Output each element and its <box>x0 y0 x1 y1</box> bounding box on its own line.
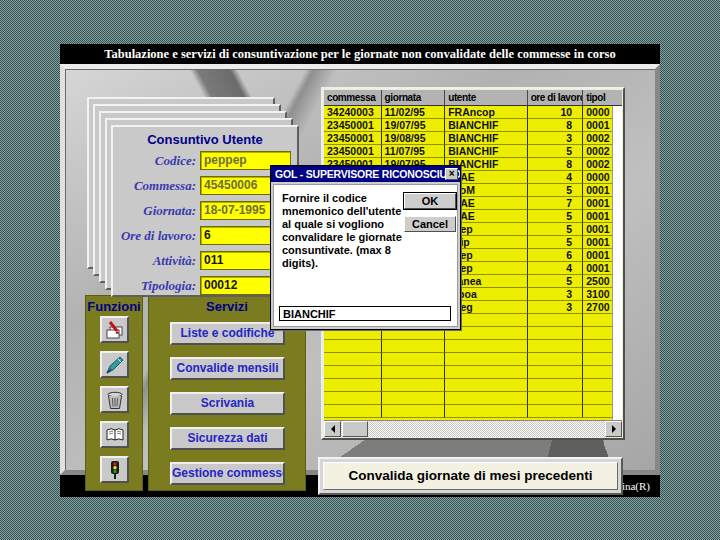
table-row[interactable]: 2345000119/07/95BIANCHIF80001 <box>324 119 613 132</box>
table-row[interactable]: 2345000119/08/95BIANCHIF30002 <box>324 132 613 145</box>
table-cell: BIANCHIF <box>445 132 527 145</box>
table-cell <box>382 405 446 418</box>
table-cell: 0001 <box>583 223 613 236</box>
convalida-box: Convalida giornate di mesi precedenti <box>318 457 623 495</box>
table-cell <box>583 392 613 405</box>
table-cell <box>528 340 584 353</box>
desktop: Tabulazione e servizi di consuntivazione… <box>0 0 720 540</box>
servizi-button-3[interactable]: Sicurezza dati <box>170 427 285 450</box>
table-cell: 5 <box>528 236 584 249</box>
table-cell <box>324 392 382 405</box>
table-cell: 6 <box>528 249 584 262</box>
supervisore-dialog: GOL - SUPERVISORE RICONOSCIUTO × Fornire… <box>270 165 461 330</box>
pen-icon <box>105 355 125 375</box>
table-cell: 8 <box>528 119 584 132</box>
empty-row <box>324 366 613 379</box>
form-fields: Codice:peppepCommessa:45450006Giornata:1… <box>117 151 291 301</box>
table-cell <box>445 379 527 392</box>
table-cell <box>583 366 613 379</box>
column-header-4: tipol <box>583 90 622 106</box>
book-button[interactable] <box>100 421 129 448</box>
dialog-title: GOL - SUPERVISORE RICONOSCIUTO × <box>271 166 460 182</box>
scrollbar-thumb[interactable] <box>342 421 368 437</box>
pen-button[interactable] <box>100 351 129 378</box>
table-row[interactable]: 2345000111/07/95BIANCHIF50002 <box>324 145 613 158</box>
notes-icon <box>105 320 125 340</box>
table-cell: 0001 <box>583 119 613 132</box>
empty-row <box>324 353 613 366</box>
app-window: Tabulazione e servizi di consuntivazione… <box>60 44 660 497</box>
servizi-button-2[interactable]: Scrivania <box>170 392 285 415</box>
table-cell: 11/02/95 <box>382 106 446 119</box>
scroll-right-button[interactable] <box>605 421 622 437</box>
table-cell <box>324 340 382 353</box>
scroll-left-button[interactable] <box>324 421 341 437</box>
table-cell: 0001 <box>583 197 613 210</box>
table-cell <box>445 392 527 405</box>
table-cell <box>324 405 382 418</box>
window-body: Consuntivo Utente Codice:peppepCommessa:… <box>60 64 660 475</box>
table-cell: 0001 <box>583 236 613 249</box>
trash-icon <box>105 390 125 410</box>
window-title: Tabulazione e servizi di consuntivazione… <box>60 44 660 64</box>
table-cell: 4 <box>528 262 584 275</box>
table-cell: 34240003 <box>324 106 382 119</box>
form-row: Attività:011 <box>117 251 291 270</box>
servizi-button-1[interactable]: Convalide mensili <box>170 357 285 380</box>
horizontal-scrollbar[interactable] <box>324 420 622 437</box>
table-cell <box>528 327 584 340</box>
table-cell: 10 <box>528 106 584 119</box>
convalida-mesi-precedenti-button[interactable]: Convalida giornate di mesi precedenti <box>323 462 618 490</box>
traffic-light-button[interactable] <box>100 456 129 483</box>
table-cell: 5 <box>528 145 584 158</box>
form-title: Consuntivo Utente <box>113 132 297 147</box>
table-header-row: commessagiornatautenteore di lavorotipol <box>324 90 622 106</box>
scrollbar-track[interactable] <box>341 421 605 437</box>
book-icon <box>105 425 125 445</box>
ok-button[interactable]: OK <box>404 193 456 209</box>
table-cell: 5 <box>528 210 584 223</box>
funzioni-label: Funzioni <box>86 299 142 314</box>
dialog-message: Fornire il codice mnemonico dell'utente … <box>282 192 404 270</box>
table-cell: 7 <box>528 197 584 210</box>
table-cell: 0001 <box>583 262 613 275</box>
codice-utente-input[interactable]: BIANCHIF <box>279 306 451 321</box>
empty-row <box>324 379 613 392</box>
table-cell: 0002 <box>583 132 613 145</box>
notes-button[interactable] <box>100 316 129 343</box>
close-icon[interactable]: × <box>445 168 458 180</box>
table-cell <box>528 405 584 418</box>
table-cell: 0001 <box>583 210 613 223</box>
column-header-1: giornata <box>382 90 446 106</box>
table-cell <box>583 379 613 392</box>
table-cell: 23450001 <box>324 119 382 132</box>
table-cell: 2500 <box>583 275 613 288</box>
servizi-button-0[interactable]: Liste e codifiche <box>170 322 285 345</box>
field-label-4: Attività: <box>117 253 200 269</box>
table-cell: 0001 <box>583 184 613 197</box>
form-row: Ore di lavoro:6 <box>117 226 291 245</box>
table-cell <box>528 392 584 405</box>
servizi-button-4[interactable]: Gestione commesse <box>170 462 285 485</box>
table-cell: 3100 <box>583 288 613 301</box>
table-cell: 8 <box>528 158 584 171</box>
table-cell: 0002 <box>583 145 613 158</box>
table-cell <box>324 379 382 392</box>
cancel-button[interactable]: Cancel <box>404 216 456 232</box>
empty-row <box>324 340 613 353</box>
table-cell: 19/08/95 <box>382 132 446 145</box>
table-cell <box>528 314 584 327</box>
funzioni-panel: Funzioni <box>85 295 143 491</box>
trash-button[interactable] <box>100 386 129 413</box>
table-cell: 23450001 <box>324 145 382 158</box>
table-cell: BIANCHIF <box>445 119 527 132</box>
field-label-0: Codice: <box>117 153 200 169</box>
table-cell <box>445 340 527 353</box>
table-cell: 0002 <box>583 158 613 171</box>
table-cell <box>583 340 613 353</box>
column-header-2: utente <box>445 90 527 106</box>
form-row: Codice:peppep <box>117 151 291 170</box>
table-row[interactable]: 3424000311/02/95FRAncop100000 <box>324 106 613 119</box>
table-cell: 19/07/95 <box>382 119 446 132</box>
dialog-body: Fornire il codice mnemonico dell'utente … <box>273 184 458 327</box>
